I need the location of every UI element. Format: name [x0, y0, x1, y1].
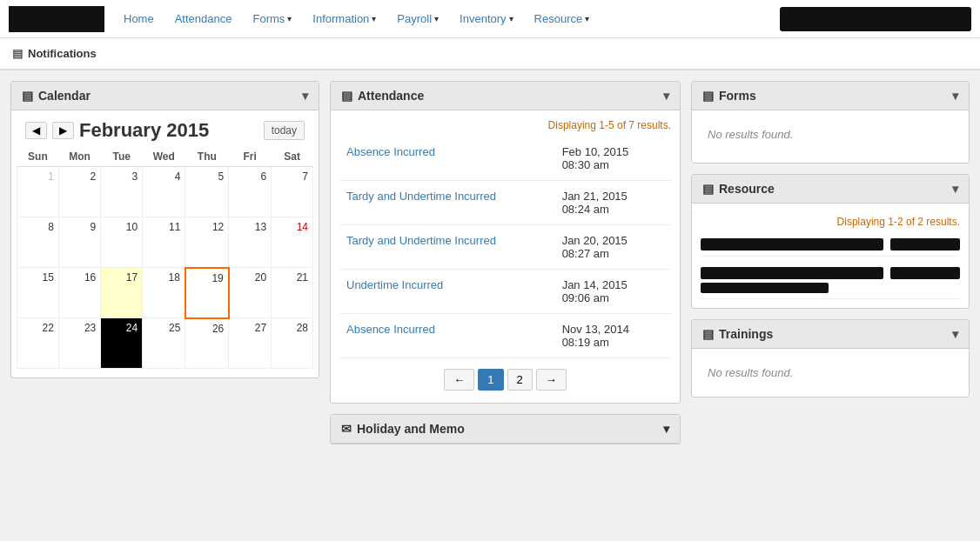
attendance-label[interactable]: Tardy and Undertime Incurred: [339, 225, 555, 270]
day-number: 11: [169, 221, 180, 233]
calendar-day-cell[interactable]: 16: [58, 268, 100, 318]
nav-payroll[interactable]: Payroll ▾: [386, 0, 449, 38]
day-number: 19: [211, 272, 223, 284]
calendar-days-header-row: Sun Mon Tue Wed Thu Fri Sat: [17, 147, 313, 167]
calendar-panel-header: ▤ Calendar ▾: [11, 82, 319, 110]
navbar: Home Attendance Forms ▾ Information ▾ Pa…: [0, 0, 980, 38]
attendance-body: Displaying 1-5 of 7 results. Absence Inc…: [331, 110, 680, 403]
resource-title: Resource: [719, 182, 775, 196]
day-number: 10: [126, 221, 138, 233]
user-area[interactable]: [780, 7, 971, 31]
nav-attendance[interactable]: Attendance: [164, 0, 243, 38]
pagination-page-2-button[interactable]: 2: [507, 369, 533, 391]
day-number: 5: [218, 170, 225, 183]
cal-header-sat: Sat: [272, 147, 313, 167]
attendance-panel: ▤ Attendance ▾ Displaying 1-5 of 7 resul…: [330, 81, 681, 404]
forms-body: No results found.: [692, 110, 969, 163]
holiday-panel-header: ✉ Holiday and Memo ▾: [331, 415, 680, 444]
notif-icon: ▤: [12, 47, 23, 60]
resource-collapse-button[interactable]: ▾: [952, 182, 958, 196]
day-number: 3: [131, 170, 138, 183]
calendar-day-cell[interactable]: 3: [101, 167, 143, 217]
calendar-collapse-button[interactable]: ▾: [302, 89, 308, 103]
calendar-week-2: 891011121314: [17, 217, 313, 268]
forms-panel-header: ▤ Forms ▾: [692, 82, 969, 110]
day-number: 12: [212, 221, 224, 233]
resource-chevron-icon: ▾: [585, 0, 589, 38]
trainings-collapse-button[interactable]: ▾: [952, 327, 958, 341]
calendar-day-cell[interactable]: 20: [229, 268, 272, 318]
calendar-day-cell[interactable]: 5: [185, 167, 229, 217]
attendance-label[interactable]: Absence Incurred: [339, 137, 555, 181]
holiday-icon: ✉: [341, 422, 352, 436]
forms-panel-icon: ▤: [702, 89, 714, 103]
cal-header-sun: Sun: [17, 147, 59, 167]
resource-item-1-date: [890, 238, 960, 250]
nav-information[interactable]: Information ▾: [302, 0, 386, 38]
day-number: 24: [105, 322, 138, 334]
calendar-day-cell[interactable]: 6: [229, 167, 272, 217]
calendar-day-cell[interactable]: 13: [229, 217, 272, 268]
nav-forms[interactable]: Forms ▾: [242, 0, 302, 38]
day-number: 13: [255, 221, 266, 233]
calendar-day-cell[interactable]: 28: [272, 318, 313, 369]
day-number: 1: [48, 170, 54, 183]
calendar-day-cell[interactable]: 11: [143, 217, 185, 268]
forms-collapse-button[interactable]: ▾: [952, 89, 958, 103]
day-number: 16: [84, 271, 96, 284]
calendar-week-4: 22232425262728: [17, 318, 313, 369]
attendance-datetime: Jan 14, 201509:06 am: [555, 270, 671, 314]
trainings-panel: ▤ Trainings ▾ No results found.: [691, 319, 970, 397]
attendance-datetime: Feb 10, 201508:30 am: [555, 137, 671, 181]
attendance-datetime: Jan 20, 201508:27 am: [555, 225, 671, 270]
calendar-day-cell[interactable]: 19: [185, 268, 229, 318]
pagination-next-button[interactable]: →: [536, 369, 567, 391]
calendar-next-button[interactable]: ▶: [52, 122, 74, 139]
calendar-day-cell[interactable]: 14: [272, 217, 313, 268]
calendar-day-cell[interactable]: 12: [185, 217, 229, 268]
calendar-day-cell[interactable]: 10: [101, 217, 143, 268]
attendance-label[interactable]: Undertime Incurred: [339, 270, 555, 314]
calendar-day-cell[interactable]: 17: [101, 268, 143, 318]
nav-resource[interactable]: Resource ▾: [524, 0, 601, 38]
day-number: 20: [255, 271, 266, 284]
resource-body: Displaying 1-2 of 2 results.: [692, 204, 969, 308]
calendar-day-cell[interactable]: 4: [143, 167, 185, 217]
pagination-prev-button[interactable]: ←: [444, 369, 474, 391]
calendar-today-button[interactable]: today: [264, 121, 305, 140]
calendar-day-cell[interactable]: 22: [17, 318, 59, 369]
cal-header-thu: Thu: [185, 147, 229, 167]
middle-column: ▤ Attendance ▾ Displaying 1-5 of 7 resul…: [330, 81, 681, 444]
holiday-panel: ✉ Holiday and Memo ▾: [330, 414, 681, 444]
right-column: ▤ Forms ▾ No results found. ▤ Resource ▾…: [691, 81, 970, 397]
calendar-prev-button[interactable]: ◀: [25, 122, 47, 139]
attendance-label[interactable]: Tardy and Undertime Incurred: [339, 181, 555, 225]
cal-header-tue: Tue: [101, 147, 143, 167]
attendance-row: Absence IncurredNov 13, 201408:19 am: [339, 314, 671, 358]
calendar-day-cell[interactable]: 1: [17, 167, 59, 217]
calendar-day-cell[interactable]: 8: [17, 217, 59, 268]
calendar-day-cell[interactable]: 24: [101, 318, 143, 369]
resource-item-2: [701, 262, 960, 299]
holiday-title: Holiday and Memo: [357, 422, 465, 436]
calendar-day-cell[interactable]: 27: [229, 318, 272, 369]
attendance-label[interactable]: Absence Incurred: [339, 314, 555, 358]
calendar-day-cell[interactable]: 26: [185, 318, 229, 369]
calendar-day-cell[interactable]: 9: [58, 217, 100, 268]
calendar-day-cell[interactable]: 25: [143, 318, 185, 369]
calendar-day-cell[interactable]: 7: [272, 167, 313, 217]
calendar-day-cell[interactable]: 2: [58, 167, 100, 217]
pagination-page-1-button[interactable]: 1: [478, 369, 503, 391]
attendance-title: Attendance: [358, 89, 424, 103]
calendar-day-cell[interactable]: 23: [58, 318, 100, 369]
calendar-day-cell[interactable]: 21: [272, 268, 313, 318]
calendar-day-cell[interactable]: 15: [17, 268, 59, 318]
nav-inventory[interactable]: Inventory ▾: [449, 0, 523, 38]
trainings-no-results: No results found.: [701, 357, 960, 388]
nav-home[interactable]: Home: [113, 0, 164, 38]
resource-item-2-text: [701, 267, 883, 279]
day-number: 28: [297, 322, 308, 334]
calendar-day-cell[interactable]: 18: [143, 268, 185, 318]
holiday-collapse-button[interactable]: ▾: [663, 422, 669, 436]
attendance-collapse-button[interactable]: ▾: [663, 89, 669, 103]
